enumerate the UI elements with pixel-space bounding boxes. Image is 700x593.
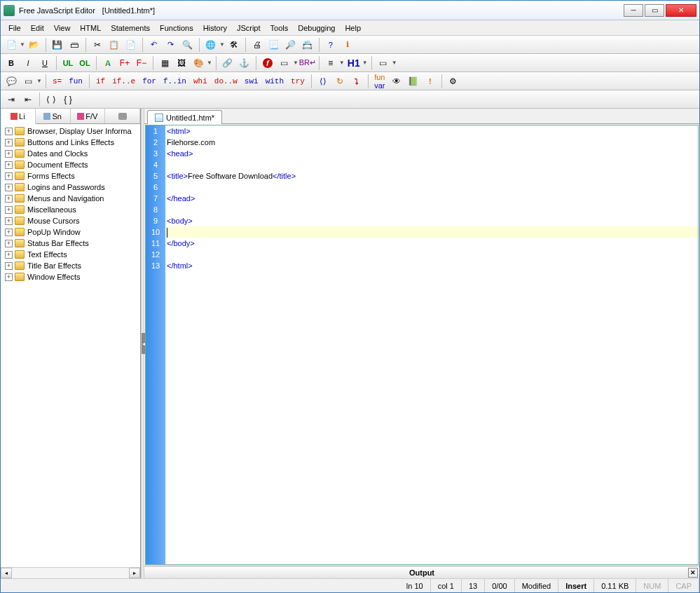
italic-button[interactable]: I (20, 55, 36, 71)
table-button[interactable]: ▦ (157, 55, 172, 71)
menu-history[interactable]: History (198, 22, 232, 34)
snippet-assign[interactable]: s= (50, 74, 64, 89)
menu-functions[interactable]: Functions (155, 22, 198, 34)
bold-button[interactable]: B (4, 55, 19, 71)
expand-icon[interactable]: + (5, 195, 13, 203)
tree-item[interactable]: +Window Effects (2, 271, 139, 282)
tree-item[interactable]: +Browser, Display User Informa (2, 125, 139, 137)
tree-item[interactable]: +Miscellaneous (2, 204, 139, 215)
tree-item[interactable]: +Status Bar Effects (2, 238, 139, 249)
expand-icon[interactable]: + (5, 273, 13, 281)
cut-button[interactable]: ✂ (90, 37, 105, 53)
snippet-forin[interactable]: f..in (160, 74, 189, 89)
debug-break-button[interactable]: ⤵ (349, 74, 364, 89)
sidebar-scrollbar[interactable]: ◂ ▸ (1, 567, 140, 578)
snippet-dowhile[interactable]: do..w (212, 74, 240, 89)
menu-debugging[interactable]: Debugging (293, 22, 340, 34)
snippet-try[interactable]: try (288, 74, 308, 89)
font-button[interactable]: A (100, 55, 116, 71)
tree-item[interactable]: +Forms Effects (2, 170, 139, 182)
expand-icon[interactable]: + (5, 150, 13, 158)
save-button[interactable]: 💾 (50, 37, 65, 53)
expand-icon[interactable]: + (5, 217, 13, 225)
indent-button[interactable]: ⇥ (4, 92, 19, 107)
block-button[interactable]: ▭ (20, 74, 36, 89)
info-button[interactable]: ℹ (340, 37, 355, 53)
output-panel-header[interactable]: Output ✕ (144, 566, 699, 578)
debug-step-button[interactable]: ⟨⟩ (315, 74, 331, 89)
expand-icon[interactable]: + (5, 139, 13, 146)
tree-item[interactable]: +Title Bar Effects (2, 260, 139, 271)
tree-item[interactable]: +Mouse Cursors (2, 215, 139, 226)
comment-button[interactable]: 💬 (4, 74, 19, 89)
braces-button[interactable]: { } (60, 92, 76, 107)
image-button[interactable]: 🖼 (174, 55, 189, 71)
tree-item[interactable]: +Buttons and Links Effects (2, 137, 139, 148)
splitter[interactable]: ◂ (141, 109, 144, 578)
expand-icon[interactable]: + (5, 184, 13, 191)
expand-icon[interactable]: + (5, 251, 13, 259)
tree-item[interactable]: +Menus and Navigation (2, 193, 139, 204)
find-button[interactable]: 🔍 (180, 37, 195, 53)
tools-button[interactable]: 🛠 (226, 37, 242, 53)
save-all-button[interactable]: 🗃 (67, 37, 82, 53)
splitter-grip-icon[interactable]: ◂ (142, 333, 145, 354)
var-button[interactable]: funvar (372, 74, 387, 89)
minimize-button[interactable]: ─ (624, 4, 643, 17)
print-button[interactable]: 🖨 (249, 37, 265, 53)
snippet-switch[interactable]: swi (242, 74, 261, 89)
menu-edit[interactable]: Edit (26, 22, 49, 34)
close-button[interactable]: ✕ (666, 4, 696, 17)
expand-icon[interactable]: + (5, 128, 13, 135)
menu-tools[interactable]: Tools (266, 22, 294, 34)
expand-icon[interactable]: + (5, 161, 13, 169)
tree-item[interactable]: +Logins and Passwords (2, 182, 139, 193)
scroll-right-icon[interactable]: ▸ (129, 568, 140, 578)
color-button[interactable]: 🎨 (191, 55, 206, 71)
expand-icon[interactable]: + (5, 172, 13, 180)
expand-icon[interactable]: + (5, 262, 13, 270)
menu-jscript[interactable]: JScript (232, 22, 266, 34)
menu-statements[interactable]: Statements (106, 22, 155, 34)
ol-button[interactable]: OL (77, 55, 92, 71)
tree-item[interactable]: +Document Effects (2, 159, 139, 170)
align-button[interactable]: ≡ (323, 55, 338, 71)
break-button[interactable]: BR↵ (300, 55, 315, 71)
sidebar-tab-fv[interactable]: F/V (71, 109, 106, 123)
font-increase-button[interactable]: F+ (117, 55, 132, 71)
copy-button[interactable]: 📋 (107, 37, 122, 53)
output-close-button[interactable]: ✕ (688, 568, 698, 578)
browser-preview-button[interactable]: 🌐 (203, 37, 219, 53)
code-area[interactable]: <html>Filehorse.com<head><title>Free Sof… (165, 125, 698, 564)
link-button[interactable]: 🔗 (220, 55, 235, 71)
menu-file[interactable]: File (4, 22, 26, 34)
book-button[interactable]: 📗 (406, 74, 421, 89)
code-editor[interactable]: 12345678910111213 <html>Filehorse.com<he… (145, 125, 699, 565)
warning-button[interactable]: ! (423, 74, 438, 89)
snippet-function[interactable]: fun (66, 74, 85, 89)
undo-button[interactable]: ↶ (146, 37, 162, 53)
expand-icon[interactable]: + (5, 229, 13, 236)
scroll-left-icon[interactable]: ◂ (1, 568, 12, 578)
watch-button[interactable]: 👁 (389, 74, 404, 89)
sidebar-tab-snippets[interactable]: Sn (36, 109, 71, 123)
paste-button[interactable]: 📄 (123, 37, 139, 53)
snippet-for[interactable]: for (139, 74, 159, 89)
new-file-button[interactable]: 📄 (4, 37, 19, 53)
help-button[interactable]: ? (323, 37, 338, 53)
brackets-button[interactable]: ⟨ ⟩ (43, 92, 59, 107)
anchor-button[interactable]: ⚓ (237, 55, 252, 71)
snippet-if[interactable]: if (93, 74, 108, 89)
expand-icon[interactable]: + (5, 240, 13, 247)
snippet-while[interactable]: whi (191, 74, 210, 89)
sidebar-tab-library[interactable]: Li (1, 109, 36, 124)
tree-item[interactable]: +Dates and Clocks (2, 148, 139, 159)
editor-tab-untitled[interactable]: Untitled1.htm* (147, 110, 222, 124)
font-decrease-button[interactable]: F− (134, 55, 149, 71)
heading-button[interactable]: H1 (346, 55, 362, 71)
menu-help[interactable]: Help (340, 22, 366, 34)
ul-button[interactable]: UL (60, 55, 76, 71)
redo-button[interactable]: ↷ (163, 37, 179, 53)
form-button[interactable]: ▭ (277, 55, 292, 71)
maximize-button[interactable]: ▭ (645, 4, 664, 17)
